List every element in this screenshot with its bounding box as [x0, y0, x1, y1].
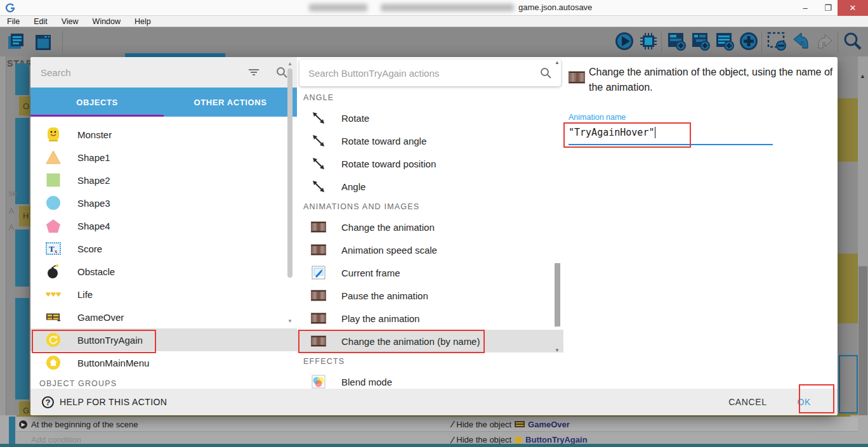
object-groups-header: OBJECT GROUPS: [30, 379, 297, 388]
object-row-gameover[interactable]: GameOver: [30, 306, 297, 328]
pentagon-icon: [46, 218, 61, 233]
object-row-score[interactable]: TxScore: [30, 237, 297, 260]
action-row-rotate-toward-angle[interactable]: Rotate toward angle: [297, 129, 563, 152]
object-row-life[interactable]: Life: [30, 283, 297, 306]
rotate-icon: [311, 156, 326, 171]
debug-button[interactable]: [637, 31, 660, 54]
action-row-rotate-toward-position[interactable]: Rotate toward position: [297, 152, 563, 175]
scene-editor-button[interactable]: [5, 31, 28, 54]
action-row-pause-the-animation[interactable]: Pause the animation: [297, 284, 563, 307]
action-search-input[interactable]: Search ButtonTryAgain actions: [299, 60, 561, 86]
debug-icon: [638, 30, 659, 55]
search-events-button[interactable]: [841, 31, 864, 54]
object-tabs: OBJECTSOTHER ACTIONS: [30, 87, 297, 117]
remove-event-icon: [766, 30, 787, 55]
menu-view[interactable]: View: [55, 16, 86, 27]
events-editor-button[interactable]: [32, 31, 55, 54]
rotate-icon: [311, 133, 326, 148]
menu-edit[interactable]: Edit: [27, 16, 55, 27]
scroll-up-icon[interactable]: ▲: [860, 73, 865, 79]
action-row-play-the-animation[interactable]: Play the animation: [297, 307, 563, 330]
object-row-buttonmainmenu[interactable]: ButtonMainMenu: [30, 351, 297, 374]
menu-help[interactable]: Help: [128, 16, 158, 27]
film-icon: [311, 311, 326, 326]
action-row-current-frame[interactable]: Current frame: [297, 261, 563, 284]
menu-window[interactable]: Window: [86, 16, 128, 27]
event-text-fragment: A: [9, 207, 14, 216]
action-description: Change the animation of the object, usin…: [589, 65, 834, 95]
annotation-box-input: [563, 122, 691, 148]
add-comment-button[interactable]: [713, 31, 736, 54]
action-label: Animation speed scale: [341, 245, 437, 256]
retry-mini-icon: [515, 436, 522, 444]
add-button[interactable]: [737, 31, 760, 54]
object-row-shape3[interactable]: Shape3: [30, 191, 297, 214]
event-bar: [15, 63, 29, 95]
event-bar: [15, 230, 29, 287]
choose-action-dialog: Search OBJECTSOTHER ACTIONS MonsterShape…: [30, 57, 838, 415]
app-window: game.json.autosave – ❐ ✕ FileEditViewWin…: [0, 0, 868, 447]
action-label: Rotate: [341, 113, 369, 124]
redacted-title-segment: [309, 4, 367, 11]
object-row-obstacle[interactable]: Obstacle: [30, 260, 297, 283]
action-row-change-the-animation[interactable]: Change the animation: [297, 216, 563, 238]
scroll-down-icon[interactable]: ▼: [287, 318, 293, 324]
scroll-up-icon[interactable]: ▲: [287, 61, 293, 67]
event-condition[interactable]: ▶ At the beginning of the scene: [16, 420, 452, 429]
scroll-down-icon[interactable]: ▼: [553, 347, 561, 353]
minimize-button[interactable]: –: [794, 0, 816, 15]
object-label: Obstacle: [77, 266, 115, 277]
action-row-animation-speed-scale[interactable]: Animation speed scale: [297, 238, 563, 261]
event-text-fragment: se: [9, 189, 17, 198]
annotation-box-ok: [799, 384, 834, 413]
bomb-icon: [46, 264, 61, 279]
object-row-shape1[interactable]: Shape1: [30, 146, 297, 169]
filter-icon[interactable]: [241, 68, 266, 77]
selected-event-outline: [839, 355, 858, 413]
object-row-shape4[interactable]: Shape4: [30, 214, 297, 237]
object-row-shape2[interactable]: Shape2: [30, 169, 297, 191]
add-subevent-icon: [690, 30, 711, 55]
tab-other-actions[interactable]: OTHER ACTIONS: [164, 87, 297, 117]
add-condition-link[interactable]: Add condition: [16, 435, 452, 444]
events-scrollbar-thumb[interactable]: [858, 266, 867, 418]
hearts-icon: [46, 287, 61, 302]
object-row-monster[interactable]: Monster: [30, 123, 297, 146]
action-list-scrollbar[interactable]: ▲ ▼: [553, 57, 561, 357]
close-button[interactable]: ✕: [838, 0, 868, 16]
redo-button[interactable]: [813, 31, 836, 54]
tab-objects[interactable]: OBJECTS: [30, 87, 164, 117]
toolbar: [0, 27, 868, 56]
cancel-button[interactable]: CANCEL: [720, 392, 775, 412]
object-search-input[interactable]: Search: [30, 57, 297, 87]
rotate-icon: [311, 179, 326, 194]
object-list-scrollbar[interactable]: ▲ ▼: [287, 60, 293, 326]
object-label: Score: [77, 243, 102, 254]
undo-button[interactable]: [789, 31, 812, 54]
text-object-icon: Tx: [46, 241, 61, 256]
menu-file[interactable]: File: [0, 16, 27, 27]
action-row-angle[interactable]: Angle: [297, 175, 563, 198]
add-event-icon: [666, 30, 687, 55]
play-button[interactable]: [613, 31, 636, 54]
scroll-up-icon[interactable]: ▲: [553, 60, 561, 65]
add-event-button[interactable]: [665, 31, 688, 54]
delete-event-button[interactable]: [765, 31, 788, 54]
undo-icon: [790, 30, 812, 55]
help-button[interactable]: ? HELP FOR THIS ACTION: [42, 396, 167, 408]
event-action[interactable]: ⁄ Hide the object GameOver: [452, 419, 570, 429]
event-bar: [15, 298, 29, 399]
menubar: FileEditViewWindowHelp: [0, 16, 868, 27]
restore-button[interactable]: ❐: [817, 0, 839, 15]
gdevelop-logo-icon: [5, 3, 15, 13]
action-row-rotate[interactable]: Rotate: [297, 107, 563, 129]
annotation-box-object: [32, 330, 156, 353]
annotation-box-action: [298, 330, 485, 353]
monster-icon: [46, 127, 61, 142]
rotate-icon: [311, 110, 326, 126]
titlebar: game.json.autosave – ❐ ✕: [0, 0, 868, 16]
action-row-blend-mode[interactable]: Blend mode: [297, 370, 563, 389]
animation-name-label: Animation name: [569, 113, 626, 122]
action-label: Blend mode: [341, 377, 392, 387]
add-subevent-button[interactable]: [689, 31, 712, 54]
